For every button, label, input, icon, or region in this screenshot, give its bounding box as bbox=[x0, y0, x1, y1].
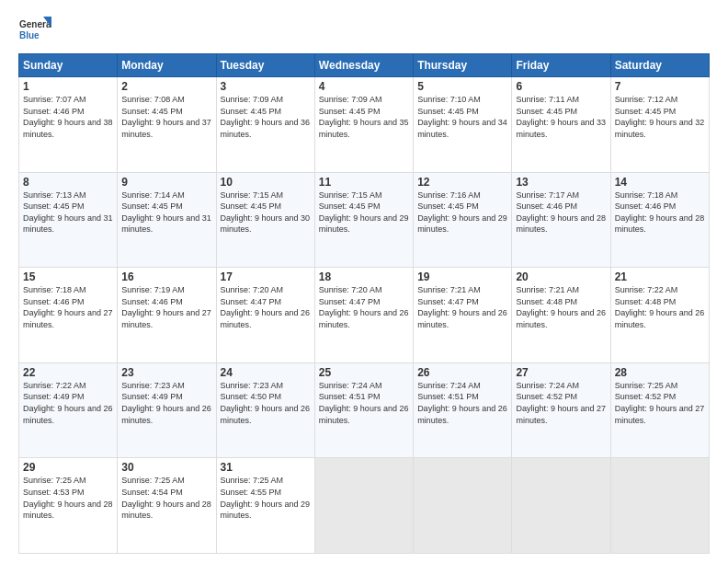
day-number: 26 bbox=[417, 366, 507, 379]
day-daylight: Daylight: 9 hours and 30 minutes. bbox=[221, 213, 311, 235]
day-number: 29 bbox=[23, 461, 113, 474]
table-row: 26 Sunrise: 7:24 AM Sunset: 4:51 PM Dayl… bbox=[414, 362, 512, 458]
day-daylight: Daylight: 9 hours and 26 minutes. bbox=[23, 404, 113, 425]
day-sunrise: Sunrise: 7:15 AM bbox=[319, 190, 382, 200]
day-number: 13 bbox=[516, 176, 606, 189]
col-tuesday: Tuesday bbox=[216, 54, 314, 77]
day-daylight: Daylight: 9 hours and 29 minutes. bbox=[319, 213, 409, 235]
day-sunset: Sunset: 4:50 PM bbox=[221, 392, 282, 401]
day-daylight: Daylight: 9 hours and 26 minutes. bbox=[319, 308, 409, 329]
day-sunrise: Sunrise: 7:18 AM bbox=[23, 285, 86, 294]
day-daylight: Daylight: 9 hours and 26 minutes. bbox=[615, 308, 705, 329]
day-sunrise: Sunrise: 7:25 AM bbox=[221, 476, 284, 485]
table-row: 30 Sunrise: 7:25 AM Sunset: 4:54 PM Dayl… bbox=[118, 458, 216, 554]
table-row: 11 Sunrise: 7:15 AM Sunset: 4:45 PM Dayl… bbox=[314, 172, 413, 268]
day-sunrise: Sunrise: 7:17 AM bbox=[516, 190, 579, 200]
day-daylight: Daylight: 9 hours and 29 minutes. bbox=[221, 500, 311, 521]
day-daylight: Daylight: 9 hours and 29 minutes. bbox=[417, 213, 507, 235]
day-sunrise: Sunrise: 7:09 AM bbox=[319, 95, 382, 104]
day-sunrise: Sunrise: 7:23 AM bbox=[121, 381, 185, 390]
table-row: 29 Sunrise: 7:25 AM Sunset: 4:53 PM Dayl… bbox=[19, 458, 118, 554]
day-sunset: Sunset: 4:46 PM bbox=[23, 107, 85, 116]
table-row: 10 Sunrise: 7:15 AM Sunset: 4:45 PM Dayl… bbox=[216, 172, 314, 268]
day-number: 25 bbox=[319, 366, 409, 379]
day-daylight: Daylight: 9 hours and 33 minutes. bbox=[516, 118, 606, 139]
day-sunrise: Sunrise: 7:10 AM bbox=[417, 95, 481, 104]
day-number: 27 bbox=[516, 366, 606, 379]
table-row bbox=[610, 458, 709, 554]
day-sunrise: Sunrise: 7:15 AM bbox=[221, 190, 284, 200]
day-sunset: Sunset: 4:45 PM bbox=[121, 107, 183, 116]
col-wednesday: Wednesday bbox=[314, 54, 413, 77]
table-row: 15 Sunrise: 7:18 AM Sunset: 4:46 PM Dayl… bbox=[19, 268, 118, 363]
table-row: 28 Sunrise: 7:25 AM Sunset: 4:52 PM Dayl… bbox=[610, 362, 709, 458]
day-sunset: Sunset: 4:52 PM bbox=[516, 392, 577, 401]
table-row: 21 Sunrise: 7:22 AM Sunset: 4:48 PM Dayl… bbox=[610, 268, 709, 363]
col-thursday: Thursday bbox=[414, 54, 512, 77]
table-row bbox=[414, 458, 512, 554]
col-monday: Monday bbox=[118, 54, 216, 77]
day-daylight: Daylight: 9 hours and 28 minutes. bbox=[23, 500, 113, 521]
day-number: 28 bbox=[615, 366, 705, 379]
day-sunset: Sunset: 4:46 PM bbox=[615, 201, 677, 211]
day-sunrise: Sunrise: 7:24 AM bbox=[516, 381, 579, 390]
day-sunset: Sunset: 4:45 PM bbox=[23, 201, 85, 211]
table-row: 27 Sunrise: 7:24 AM Sunset: 4:52 PM Dayl… bbox=[512, 362, 610, 458]
table-row: 2 Sunrise: 7:08 AM Sunset: 4:45 PM Dayli… bbox=[118, 77, 216, 173]
day-number: 7 bbox=[615, 80, 705, 93]
day-sunrise: Sunrise: 7:24 AM bbox=[417, 381, 481, 390]
day-daylight: Daylight: 9 hours and 26 minutes. bbox=[121, 404, 211, 425]
day-daylight: Daylight: 9 hours and 26 minutes. bbox=[221, 308, 311, 329]
day-sunrise: Sunrise: 7:11 AM bbox=[516, 95, 579, 104]
day-daylight: Daylight: 9 hours and 26 minutes. bbox=[417, 404, 507, 425]
day-number: 18 bbox=[319, 270, 409, 283]
day-sunrise: Sunrise: 7:16 AM bbox=[417, 190, 481, 200]
day-daylight: Daylight: 9 hours and 27 minutes. bbox=[615, 404, 705, 425]
header: General Blue bbox=[18, 15, 710, 48]
table-row: 23 Sunrise: 7:23 AM Sunset: 4:49 PM Dayl… bbox=[118, 362, 216, 458]
table-row: 12 Sunrise: 7:16 AM Sunset: 4:45 PM Dayl… bbox=[414, 172, 512, 268]
day-number: 2 bbox=[121, 80, 211, 93]
day-daylight: Daylight: 9 hours and 28 minutes. bbox=[615, 213, 705, 235]
calendar-week-row: 15 Sunrise: 7:18 AM Sunset: 4:46 PM Dayl… bbox=[19, 268, 710, 363]
day-sunset: Sunset: 4:49 PM bbox=[121, 392, 183, 401]
calendar-week-row: 22 Sunrise: 7:22 AM Sunset: 4:49 PM Dayl… bbox=[19, 362, 710, 458]
day-daylight: Daylight: 9 hours and 26 minutes. bbox=[319, 404, 409, 425]
day-number: 24 bbox=[221, 366, 311, 379]
day-sunrise: Sunrise: 7:21 AM bbox=[516, 285, 579, 294]
day-sunset: Sunset: 4:45 PM bbox=[319, 201, 381, 211]
day-daylight: Daylight: 9 hours and 37 minutes. bbox=[121, 118, 211, 139]
day-number: 15 bbox=[23, 270, 113, 283]
day-sunrise: Sunrise: 7:07 AM bbox=[23, 95, 86, 104]
table-row: 7 Sunrise: 7:12 AM Sunset: 4:45 PM Dayli… bbox=[610, 77, 709, 173]
day-number: 31 bbox=[221, 461, 311, 474]
day-sunset: Sunset: 4:45 PM bbox=[615, 107, 677, 116]
day-sunset: Sunset: 4:46 PM bbox=[516, 201, 577, 211]
table-row bbox=[512, 458, 610, 554]
day-daylight: Daylight: 9 hours and 31 minutes. bbox=[121, 213, 211, 235]
day-sunset: Sunset: 4:45 PM bbox=[121, 201, 183, 211]
day-sunset: Sunset: 4:49 PM bbox=[23, 392, 85, 401]
day-sunrise: Sunrise: 7:20 AM bbox=[221, 285, 284, 294]
day-daylight: Daylight: 9 hours and 38 minutes. bbox=[23, 118, 113, 139]
day-daylight: Daylight: 9 hours and 32 minutes. bbox=[615, 118, 705, 139]
day-number: 21 bbox=[615, 270, 705, 283]
calendar: Sunday Monday Tuesday Wednesday Thursday… bbox=[18, 53, 710, 554]
day-sunset: Sunset: 4:55 PM bbox=[221, 488, 282, 497]
day-daylight: Daylight: 9 hours and 36 minutes. bbox=[221, 118, 311, 139]
day-number: 5 bbox=[417, 80, 507, 93]
day-sunrise: Sunrise: 7:12 AM bbox=[615, 95, 678, 104]
day-sunrise: Sunrise: 7:22 AM bbox=[23, 381, 86, 390]
day-number: 14 bbox=[615, 176, 705, 189]
day-number: 22 bbox=[23, 366, 113, 379]
day-daylight: Daylight: 9 hours and 26 minutes. bbox=[417, 308, 507, 329]
day-sunrise: Sunrise: 7:14 AM bbox=[121, 190, 185, 200]
calendar-week-row: 29 Sunrise: 7:25 AM Sunset: 4:53 PM Dayl… bbox=[19, 458, 710, 554]
day-sunset: Sunset: 4:51 PM bbox=[319, 392, 381, 401]
table-row: 18 Sunrise: 7:20 AM Sunset: 4:47 PM Dayl… bbox=[314, 268, 413, 363]
day-sunrise: Sunrise: 7:19 AM bbox=[121, 285, 185, 294]
table-row: 19 Sunrise: 7:21 AM Sunset: 4:47 PM Dayl… bbox=[414, 268, 512, 363]
day-daylight: Daylight: 9 hours and 35 minutes. bbox=[319, 118, 409, 139]
day-sunrise: Sunrise: 7:21 AM bbox=[417, 285, 481, 294]
day-daylight: Daylight: 9 hours and 27 minutes. bbox=[23, 308, 113, 329]
